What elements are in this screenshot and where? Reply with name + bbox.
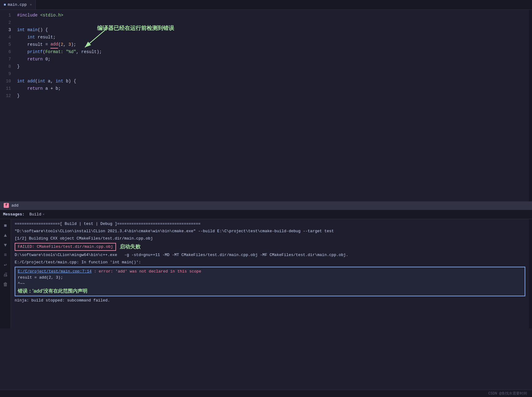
failed-line: FAILED: CMakeFiles/test.dir/main.cpp.obj… xyxy=(11,242,529,251)
code-line-8: ▾ } xyxy=(17,63,529,70)
error-location-line: E:/C/project/test/main.cpp:7:14 : error:… xyxy=(18,269,522,275)
fn-main: main xyxy=(27,26,38,34)
code-lines[interactable]: #include <stdio.h> ▾ int main () { xyxy=(15,10,529,201)
code-line-10: ▾ int add ( int a, int b) { xyxy=(17,78,529,85)
tab-filename: main.cpp xyxy=(8,2,27,7)
print-icon[interactable]: 🖨 xyxy=(1,270,10,279)
build-tab[interactable]: Build × xyxy=(27,210,47,219)
error-link[interactable]: E:/C/project/test/main.cpp:7:14 xyxy=(18,269,92,274)
line-num-2: 2 xyxy=(0,19,15,26)
code-line-12: ▾ } xyxy=(17,92,529,99)
keyword-include: #include xyxy=(17,12,38,19)
failed-box: FAILED: CMakeFiles/test.dir/main.cpp.obj xyxy=(15,243,116,251)
build-tab-label: Build xyxy=(29,212,41,217)
bottom-panel-inner: ■ ▲ ▼ ≡ ↩ 🖨 🗑 ===================[ Build… xyxy=(0,219,532,328)
failed-annotation: 启动失败 xyxy=(120,244,140,250)
fn-add-error: add xyxy=(50,41,58,49)
file-icon: ■ xyxy=(4,3,6,7)
line-num-11: 11 xyxy=(0,85,15,92)
error-annotation: 错误：'add'没有在此范围内声明 xyxy=(18,288,522,294)
messages-label: Messages: xyxy=(3,212,24,217)
editor-main: 1 2 3 4 5 6 7 8 9 10 11 12 xyxy=(0,10,532,390)
trash-icon[interactable]: 🗑 xyxy=(1,280,10,289)
line-num-12: 12 xyxy=(0,92,15,99)
main-cpp-tab[interactable]: ■ main.cpp × xyxy=(0,0,36,9)
code-line-9 xyxy=(17,70,529,78)
messages-scrollbar[interactable] xyxy=(529,219,532,328)
filter-icon[interactable]: ≡ xyxy=(1,251,10,259)
line-num-5: 5 xyxy=(0,41,15,48)
messages-content: ===================[ Build | test | Debu… xyxy=(11,219,529,319)
line-num-7: 7 xyxy=(0,56,15,63)
error-highlight-block: E:/C/project/test/main.cpp:7:14 : error:… xyxy=(15,267,525,296)
build-header-line: ===================[ Build | test | Debu… xyxy=(11,220,529,228)
messages-sidebar: ■ ▲ ▼ ≡ ↩ 🖨 🗑 xyxy=(0,219,11,328)
stop-icon[interactable]: ■ xyxy=(1,222,10,230)
building-line: [1/2] Building CXX object CMakeFiles/tes… xyxy=(11,235,529,242)
code-line-1: #include <stdio.h> xyxy=(17,12,529,19)
fn-add-def: add xyxy=(27,78,35,85)
line-numbers: 1 2 3 4 5 6 7 8 9 10 11 12 xyxy=(0,10,15,201)
function-status-bar: f add xyxy=(0,201,532,209)
line-num-6: 6 xyxy=(0,48,15,56)
tab-close-button[interactable]: × xyxy=(30,3,32,7)
line-num-3: 3 xyxy=(0,26,15,34)
editor-panel-container: 1 2 3 4 5 6 7 8 9 10 11 12 xyxy=(0,10,532,390)
line-num-10: 10 xyxy=(0,78,15,85)
line-num-9: 9 xyxy=(0,70,15,78)
bottom-panel: Messages: Build × ■ ▲ ▼ ≡ ↩ 🖨 xyxy=(0,209,532,328)
build-tab-close[interactable]: × xyxy=(42,213,45,216)
main-layout: ■ main.cpp × 1 2 3 4 5 6 7 8 9 xyxy=(0,0,532,397)
footer-credit: CSDN @鱼找水需要时间 xyxy=(488,391,527,396)
code-editor[interactable]: 1 2 3 4 5 6 7 8 9 10 11 12 xyxy=(0,10,532,201)
tab-bar: ■ main.cpp × xyxy=(0,0,532,10)
code-line-3: ▾ int main () { xyxy=(17,26,529,34)
cmake-line: "D:\software\tools\CLion\install\CLion 2… xyxy=(11,228,529,235)
compiler-cmd-line: D:\software\tools\CLion\mingw64\bin\c++.… xyxy=(11,251,529,259)
editor-scrollbar[interactable] xyxy=(529,10,532,201)
error-message: : error: 'add' was not declared in this … xyxy=(94,269,201,274)
scroll-up-icon[interactable]: ▲ xyxy=(1,231,10,240)
code-line-2 xyxy=(17,19,529,26)
function-type-icon: f xyxy=(4,203,9,208)
ninja-line: ninja: build stopped: subcommand failed. xyxy=(11,297,529,304)
footer: CSDN @鱼找水需要时间 xyxy=(0,390,532,397)
line-num-4: 4 xyxy=(0,34,15,41)
header-stdio: <stdio.h> xyxy=(40,12,64,19)
code-line-6: printf ( Format: "%d" , result); xyxy=(17,48,529,56)
failed-prefix: FAILED: CMakeFiles/test.dir/main.cpp.obj xyxy=(18,244,113,250)
error-caret-line: ^~~ xyxy=(18,281,522,287)
line-num-8: 8 xyxy=(0,63,15,70)
code-line-7: return 0; xyxy=(17,56,529,63)
current-function-name: add xyxy=(11,203,18,208)
in-function-line: E:/C/project/test/main.cpp: In function … xyxy=(11,259,529,266)
scroll-down-icon[interactable]: ▼ xyxy=(1,241,10,250)
messages-header: Messages: Build × xyxy=(0,210,532,219)
code-line-11: return a + b; xyxy=(17,85,529,92)
error-code-line: result = add(2, 3); xyxy=(18,275,522,281)
code-line-5: result = add ( 2 , 3 ); xyxy=(17,41,529,48)
wrap-icon[interactable]: ↩ xyxy=(1,261,10,269)
line-num-1: 1 xyxy=(0,12,15,19)
code-line-4: int result; xyxy=(17,34,529,41)
